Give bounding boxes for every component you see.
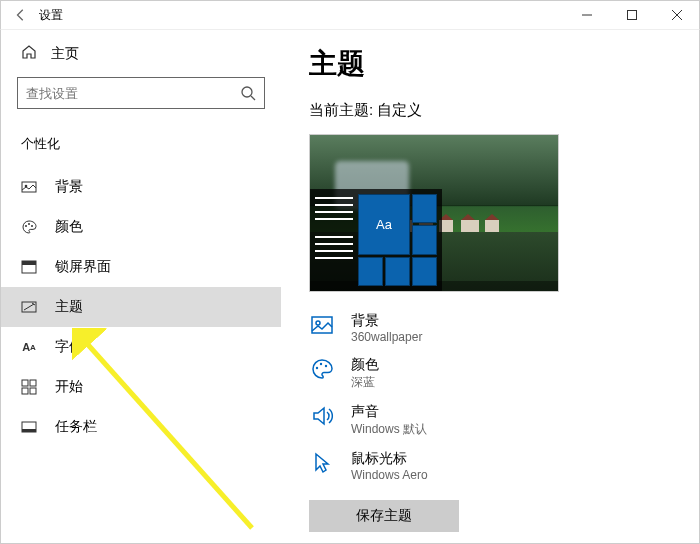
theme-prop-background[interactable]: 背景 360wallpaper: [309, 312, 699, 344]
save-theme-button[interactable]: 保存主题: [309, 500, 459, 532]
svg-rect-12: [22, 261, 36, 265]
picture-icon: [21, 179, 37, 195]
sidebar-item-background[interactable]: 背景: [1, 167, 281, 207]
window-title: 设置: [39, 7, 63, 24]
prop-title: 鼠标光标: [351, 450, 428, 468]
sidebar: 主页 个性化 背景 颜色 锁屏界面 主题 AA: [1, 30, 281, 543]
theme-prop-color[interactable]: 颜色 深蓝: [309, 356, 699, 391]
sidebar-item-colors[interactable]: 颜色: [1, 207, 281, 247]
page-title: 主题: [309, 45, 699, 83]
main-content: 主题 当前主题: 自定义 Aa: [281, 30, 699, 543]
home-icon: [21, 44, 37, 63]
svg-point-22: [316, 367, 318, 369]
palette-icon: [21, 219, 37, 235]
svg-point-24: [325, 365, 327, 367]
svg-point-8: [25, 225, 27, 227]
svg-point-9: [28, 223, 30, 225]
titlebar: 设置: [0, 0, 700, 30]
svg-point-10: [31, 225, 33, 227]
minimize-button[interactable]: [564, 0, 609, 30]
svg-rect-14: [22, 380, 28, 386]
theme-preview[interactable]: Aa: [309, 134, 559, 292]
prop-title: 颜色: [351, 356, 379, 374]
search-icon: [240, 85, 256, 101]
back-icon[interactable]: [11, 5, 31, 25]
prop-value: 360wallpaper: [351, 330, 422, 344]
sidebar-section-label: 个性化: [1, 125, 281, 167]
svg-rect-6: [22, 182, 36, 192]
sidebar-item-fonts[interactable]: AA 字体: [1, 327, 281, 367]
theme-icon: [21, 299, 37, 315]
preview-tile-text: Aa: [358, 194, 410, 255]
prop-value: Windows 默认: [351, 421, 427, 438]
svg-rect-15: [30, 380, 36, 386]
sidebar-item-label: 锁屏界面: [55, 258, 111, 276]
sidebar-item-label: 背景: [55, 178, 83, 196]
svg-point-21: [316, 321, 320, 325]
sidebar-item-start[interactable]: 开始: [1, 367, 281, 407]
search-input-wrap[interactable]: [17, 77, 265, 109]
svg-line-5: [251, 96, 255, 100]
prop-title: 声音: [351, 403, 427, 421]
svg-rect-19: [22, 429, 36, 432]
svg-rect-17: [30, 388, 36, 394]
start-icon: [21, 379, 37, 395]
palette-icon: [309, 356, 335, 382]
search-input[interactable]: [26, 86, 240, 101]
svg-point-4: [242, 87, 252, 97]
sidebar-home-label: 主页: [51, 45, 79, 63]
picture-icon: [309, 312, 335, 338]
prop-value: Windows Aero: [351, 468, 428, 482]
maximize-button[interactable]: [609, 0, 654, 30]
sidebar-home[interactable]: 主页: [1, 30, 281, 77]
sidebar-item-label: 颜色: [55, 218, 83, 236]
font-icon: AA: [21, 339, 37, 355]
svg-point-23: [320, 363, 322, 365]
svg-rect-1: [627, 11, 636, 20]
svg-rect-16: [22, 388, 28, 394]
theme-prop-sound[interactable]: 声音 Windows 默认: [309, 403, 699, 438]
current-theme-label: 当前主题: 自定义: [309, 101, 699, 120]
sidebar-item-themes[interactable]: 主题: [1, 287, 281, 327]
sidebar-item-label: 主题: [55, 298, 83, 316]
prop-value: 深蓝: [351, 374, 379, 391]
sidebar-item-label: 字体: [55, 338, 83, 356]
close-button[interactable]: [654, 0, 699, 30]
sidebar-item-lockscreen[interactable]: 锁屏界面: [1, 247, 281, 287]
taskbar-icon: [21, 419, 37, 435]
lockscreen-icon: [21, 259, 37, 275]
sound-icon: [309, 403, 335, 429]
sidebar-item-label: 开始: [55, 378, 83, 396]
sidebar-item-label: 任务栏: [55, 418, 97, 436]
prop-title: 背景: [351, 312, 422, 330]
theme-prop-cursor[interactable]: 鼠标光标 Windows Aero: [309, 450, 699, 482]
cursor-icon: [309, 450, 335, 476]
sidebar-item-taskbar[interactable]: 任务栏: [1, 407, 281, 447]
